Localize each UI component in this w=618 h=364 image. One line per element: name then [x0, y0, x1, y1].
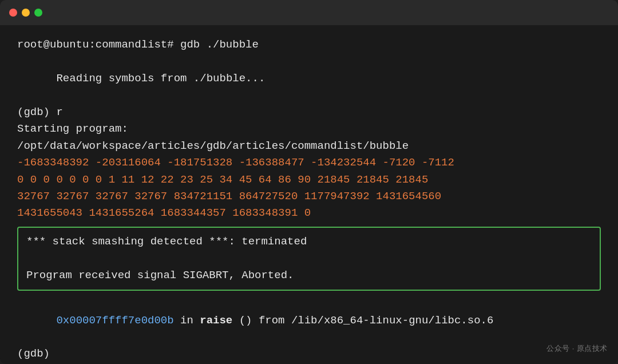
line-cmd1: root@ubuntu:commandlist# gdb ./bubble: [17, 37, 601, 53]
from-text: from: [161, 72, 187, 85]
line-numbers-2: 0 0 0 0 0 0 0 1 11 12 22 23 25 34 45 64 …: [17, 172, 601, 188]
sigabrt-line: Program received signal SIGABRT, Aborted…: [26, 267, 592, 284]
line-cmd5: /opt/data/workspace/articles/gdb/article…: [17, 138, 601, 155]
from-libc-text: () from /lib/x86_64-linux-gnu/libc.so.6: [232, 314, 493, 327]
line-cmd2: Reading symbols from ./bubble...: [17, 53, 601, 104]
line-gdb-prompt: (gdb): [17, 346, 601, 362]
line-numbers-3: 32767 32767 32767 32767 834721151 864727…: [17, 188, 601, 205]
minimize-button[interactable]: [22, 9, 30, 17]
blank-line: [26, 250, 592, 267]
line-numbers-4: 1431655043 1431655264 1683344357 1683348…: [17, 205, 601, 221]
title-bar: [0, 0, 618, 25]
in-text: in: [174, 314, 200, 327]
line-addr: 0x00007ffff7e0d00b in raise () from /lib…: [17, 295, 601, 346]
address-text: 0x00007ffff7e0d00b: [56, 314, 173, 327]
maximize-button[interactable]: [34, 9, 42, 17]
close-button[interactable]: [9, 9, 17, 17]
line-cmd4: Starting program:: [17, 121, 601, 137]
stack-smash-line: *** stack smashing detected ***: termina…: [26, 234, 592, 250]
line-numbers-1: -1683348392 -203116064 -181751328 -13638…: [17, 155, 601, 171]
raise-text: raise: [200, 314, 232, 327]
reading-symbols-text: Reading symbols: [56, 72, 160, 85]
highlighted-section: *** stack smashing detected ***: termina…: [17, 227, 601, 291]
line-cmd3: (gdb) r: [17, 104, 601, 121]
bubble-dots-text: ./bubble...: [187, 72, 265, 85]
terminal-body: root@ubuntu:commandlist# gdb ./bubble Re…: [0, 25, 618, 364]
traffic-lights: [9, 9, 42, 17]
watermark: 公众号 · 原点技术: [546, 343, 608, 354]
terminal-window: root@ubuntu:commandlist# gdb ./bubble Re…: [0, 0, 618, 364]
